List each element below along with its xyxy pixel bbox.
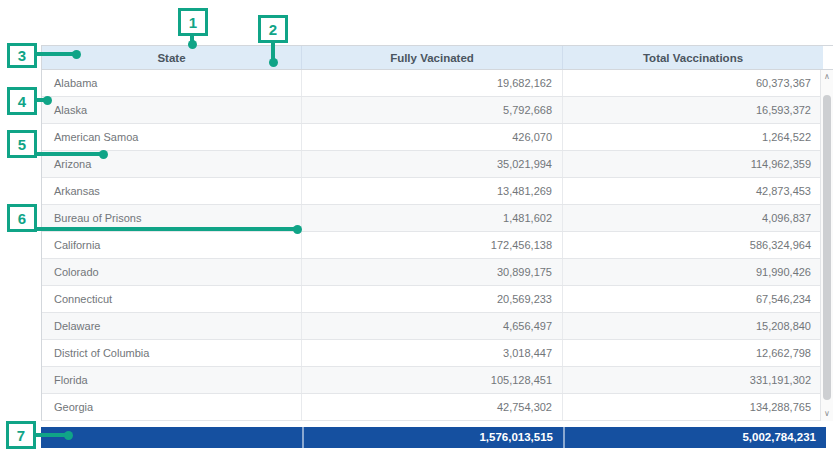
- table-row[interactable]: Arizona 35,021,994 114,962,359: [42, 151, 833, 178]
- annotation-7-connector: [34, 433, 67, 437]
- table-row[interactable]: Florida 105,128,451 331,191,302: [42, 367, 833, 394]
- total-vaccinations-cell: 331,191,302: [563, 367, 821, 393]
- total-vaccinations-cell: 67,546,234: [563, 286, 821, 312]
- annotation-6-badge: 6: [7, 204, 37, 232]
- totals-row: 1,576,013,515 5,002,784,231: [41, 427, 826, 448]
- vaccinations-table: State Fully Vacinated Total Vaccinations…: [41, 45, 833, 421]
- header-corner: [823, 46, 833, 69]
- column-header-state[interactable]: State: [42, 46, 302, 69]
- state-cell: Alaska: [42, 97, 302, 123]
- vertical-scrollbar[interactable]: ∧ ∨: [820, 70, 833, 421]
- total-vaccinations-cell: 134,288,765: [563, 394, 821, 420]
- annotation-7-badge: 7: [6, 421, 36, 449]
- annotation-7-dot: [64, 431, 73, 440]
- chevron-up-icon: ∧: [824, 73, 830, 81]
- annotation-3-badge: 3: [7, 43, 37, 68]
- fully-vaccinated-cell: 172,456,138: [302, 232, 563, 258]
- total-vaccinations-cell: 15,208,840: [563, 313, 821, 339]
- state-cell: Connecticut: [42, 286, 302, 312]
- annotation-2-badge: 2: [258, 15, 288, 43]
- column-header-fully-vaccinated[interactable]: Fully Vacinated: [302, 46, 563, 69]
- table-row[interactable]: Connecticut 20,569,233 67,546,234: [42, 286, 833, 313]
- totals-total-vaccinations: 5,002,784,231: [563, 427, 826, 448]
- fully-vaccinated-cell: 1,481,602: [302, 205, 563, 231]
- table-row[interactable]: District of Columbia 3,018,447 12,662,79…: [42, 340, 833, 367]
- table-row[interactable]: Arkansas 13,481,269 42,873,453: [42, 178, 833, 205]
- scroll-up-button[interactable]: ∧: [821, 70, 833, 84]
- total-vaccinations-cell: 4,096,837: [563, 205, 821, 231]
- fully-vaccinated-cell: 5,792,668: [302, 97, 563, 123]
- annotation-3-connector: [34, 52, 77, 56]
- fully-vaccinated-cell: 13,481,269: [302, 178, 563, 204]
- total-vaccinations-cell: 1,264,522: [563, 124, 821, 150]
- table-row[interactable]: Georgia 42,754,302 134,288,765: [42, 394, 833, 421]
- state-cell: American Samoa: [42, 124, 302, 150]
- table-row[interactable]: Delaware 4,656,497 15,208,840: [42, 313, 833, 340]
- fully-vaccinated-cell: 4,656,497: [302, 313, 563, 339]
- fully-vaccinated-cell: 105,128,451: [302, 367, 563, 393]
- state-cell: California: [42, 232, 302, 258]
- fully-vaccinated-cell: 19,682,162: [302, 70, 563, 96]
- state-cell: Florida: [42, 367, 302, 393]
- table-row[interactable]: Alabama 19,682,162 60,373,367: [42, 70, 833, 97]
- annotation-5-dot: [99, 150, 108, 159]
- fully-vaccinated-cell: 30,899,175: [302, 259, 563, 285]
- state-cell: Georgia: [42, 394, 302, 420]
- annotation-6-connector: [34, 227, 297, 231]
- totals-fully-vaccinated: 1,576,013,515: [302, 427, 563, 448]
- total-vaccinations-cell: 91,990,426: [563, 259, 821, 285]
- annotation-5-connector: [32, 152, 103, 156]
- scroll-down-button[interactable]: ∨: [821, 407, 833, 421]
- annotation-3-dot: [72, 50, 81, 59]
- annotation-5-badge: 5: [7, 130, 37, 158]
- table-row[interactable]: American Samoa 426,070 1,264,522: [42, 124, 833, 151]
- annotation-6-dot: [293, 225, 302, 234]
- total-vaccinations-cell: 42,873,453: [563, 178, 821, 204]
- total-vaccinations-cell: 114,962,359: [563, 151, 821, 177]
- state-cell: District of Columbia: [42, 340, 302, 366]
- chevron-down-icon: ∨: [824, 410, 830, 418]
- total-vaccinations-cell: 12,662,798: [563, 340, 821, 366]
- annotation-4-badge: 4: [7, 87, 37, 115]
- total-vaccinations-cell: 60,373,367: [563, 70, 821, 96]
- table-row[interactable]: Colorado 30,899,175 91,990,426: [42, 259, 833, 286]
- fully-vaccinated-cell: 3,018,447: [302, 340, 563, 366]
- fully-vaccinated-cell: 42,754,302: [302, 394, 563, 420]
- totals-state-cell: [41, 427, 302, 448]
- state-cell: Delaware: [42, 313, 302, 339]
- table-rows: Alabama 19,682,162 60,373,367 Alaska 5,7…: [42, 70, 833, 421]
- table-body: Alabama 19,682,162 60,373,367 Alaska 5,7…: [41, 70, 833, 421]
- annotation-1-dot: [188, 40, 197, 49]
- column-header-total-vaccinations[interactable]: Total Vaccinations: [563, 46, 823, 69]
- scrollbar-thumb[interactable]: [823, 95, 831, 400]
- table-row[interactable]: California 172,456,138 586,324,964: [42, 232, 833, 259]
- fully-vaccinated-cell: 20,569,233: [302, 286, 563, 312]
- state-cell: Colorado: [42, 259, 302, 285]
- total-vaccinations-cell: 586,324,964: [563, 232, 821, 258]
- state-cell: Alabama: [42, 70, 302, 96]
- annotation-4-dot: [43, 96, 52, 105]
- table-row[interactable]: Alaska 5,792,668 16,593,372: [42, 97, 833, 124]
- table-header-row: State Fully Vacinated Total Vaccinations: [41, 45, 833, 70]
- fully-vaccinated-cell: 426,070: [302, 124, 563, 150]
- total-vaccinations-cell: 16,593,372: [563, 97, 821, 123]
- state-cell: Arkansas: [42, 178, 302, 204]
- annotation-1-badge: 1: [178, 8, 208, 36]
- annotation-2-dot: [269, 58, 278, 67]
- fully-vaccinated-cell: 35,021,994: [302, 151, 563, 177]
